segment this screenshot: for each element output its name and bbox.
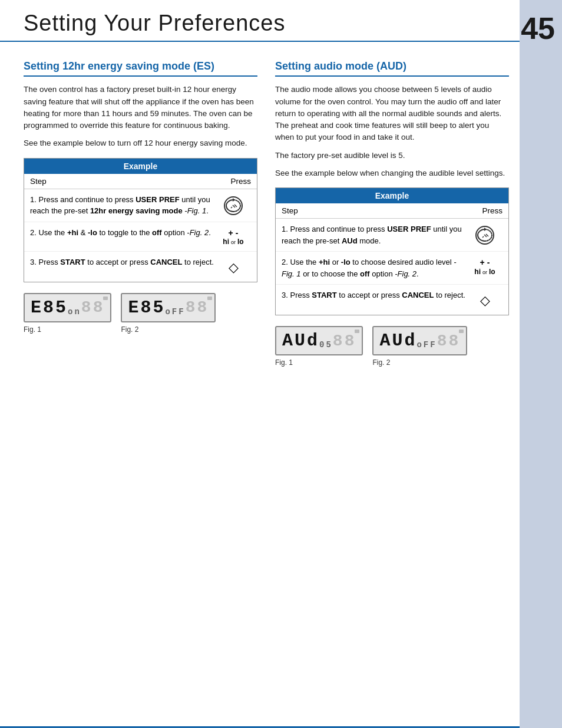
right-diamond-icon: ◇	[480, 291, 490, 310]
left-fig2-dim: 88	[186, 298, 209, 317]
diamond-icon: ◇	[229, 258, 239, 277]
right-column: Setting audio mode (AUD) The audio mode …	[275, 60, 509, 367]
left-step-1: 1. Press and continue to press USER PREF…	[24, 189, 257, 222]
left-section-title: Setting 12hr energy saving mode (ES)	[24, 60, 257, 77]
right-fig1-label: Fig. 1	[275, 358, 293, 367]
right-hi-text: hi	[474, 268, 481, 276]
right-hi-lo-icon: + - hi or lo	[474, 258, 495, 276]
page-number: 45	[521, 11, 555, 46]
right-col-step: Step	[282, 206, 482, 215]
or-text: or	[231, 239, 236, 246]
right-hi-lo-text: hi or lo	[474, 268, 495, 276]
left-fig1-display: E85 on 88	[24, 293, 111, 322]
right-intro-para1: The audio mode allows you choose between…	[275, 84, 509, 143]
left-fig2: E85 oFF 88 Fig. 2	[121, 293, 216, 334]
svg-line-2	[234, 205, 237, 207]
svg-marker-6	[484, 228, 487, 231]
left-step-1-text: 1. Press and continue to press USER PREF…	[30, 194, 216, 217]
left-fig2-small: oFF	[165, 307, 185, 317]
svg-line-7	[486, 234, 488, 236]
left-fig1-main: E85	[31, 298, 68, 318]
content-area: Setting 12hr energy saving mode (ES) The…	[0, 42, 562, 384]
lo-text: lo	[237, 238, 244, 246]
right-intro-para3: See the example below when changing the …	[275, 167, 509, 179]
minus-symbol: -	[236, 228, 239, 238]
left-step-3-text: 3. Press START to accept or press CANCEL…	[30, 256, 216, 268]
page-tab	[520, 0, 562, 728]
left-step-2-num: 2.	[30, 228, 38, 237]
right-fig1: AUd 05 88 Fig. 1	[275, 326, 363, 367]
right-fig2-main: AUd	[379, 331, 416, 351]
right-display-figs: AUd 05 88 Fig. 1 AUd oFF 88 Fig. 2	[275, 326, 509, 367]
right-fig1-small: 05	[319, 340, 333, 350]
right-step-2-num: 2.	[282, 258, 290, 266]
left-col-press: Press	[230, 177, 251, 186]
left-step-2-text: 2. Use the +hi & -lo to toggle to the of…	[30, 227, 216, 239]
user-pref-icon	[223, 195, 244, 216]
right-fig2-label: Fig. 2	[372, 358, 390, 367]
right-plus-symbol: +	[480, 258, 485, 268]
left-fig1-small: on	[68, 307, 81, 317]
right-step-2: 2. Use the +hi or -lo to choose desired …	[276, 252, 508, 285]
left-step-3: 3. Press START to accept or press CANCEL…	[24, 252, 257, 282]
right-plus-minus-symbols: + -	[480, 258, 490, 268]
right-example-table: Example Step Press 1. Press and continue…	[275, 187, 509, 315]
user-pref-icon-right	[474, 225, 495, 246]
right-step-3-press: ◇	[467, 289, 503, 310]
page-title: Setting Your Preferences	[24, 11, 509, 36]
right-intro-para2: The factory pre-set audible level is 5.	[275, 150, 509, 162]
right-fig2: AUd oFF 88 Fig. 2	[372, 326, 467, 367]
right-step-2-press: + - hi or lo	[467, 256, 503, 276]
hi-text: hi	[223, 238, 229, 246]
page-header: Setting Your Preferences	[0, 0, 562, 42]
right-example-header: Example	[276, 188, 508, 203]
left-step-2: 2. Use the +hi & -lo to toggle to the of…	[24, 222, 257, 252]
right-step-1-text: 1. Press and continue to press USER PREF…	[282, 223, 467, 246]
right-lo-text: lo	[489, 268, 495, 276]
right-step-3: 3. Press START to accept or press CANCEL…	[276, 285, 508, 315]
plus-symbol: +	[229, 228, 233, 238]
left-example-header: Example	[24, 159, 257, 174]
right-step-3-num: 3.	[282, 291, 290, 299]
svg-marker-1	[233, 198, 235, 202]
left-fig1-dim: 88	[81, 298, 105, 317]
left-example-table: Example Step Press 1. Press and continue…	[24, 158, 257, 282]
left-col-step: Step	[30, 177, 230, 186]
left-fig2-main: E85	[128, 298, 165, 318]
left-fig1: E85 on 88 Fig. 1	[24, 293, 111, 334]
left-display-figs: E85 on 88 Fig. 1 E85 oFF 88 Fig. 2	[24, 293, 257, 334]
right-minus-symbol: -	[487, 258, 490, 268]
left-fig2-label: Fig. 2	[121, 325, 138, 334]
left-fig2-display: E85 oFF 88	[121, 293, 216, 322]
right-step-2-text: 2. Use the +hi or -lo to choose desired …	[282, 256, 467, 279]
right-fig1-display: AUd 05 88	[275, 326, 363, 355]
right-step-1-num: 1.	[282, 225, 290, 233]
right-fig2-dim: 88	[437, 332, 461, 350]
right-step-1: 1. Press and continue to press USER PREF…	[276, 219, 508, 252]
right-fig2-display: AUd oFF 88	[372, 326, 467, 355]
left-step-1-num: 1.	[30, 195, 38, 204]
right-fig1-main: AUd	[282, 331, 319, 351]
left-step-2-press: + - hi or lo	[216, 227, 251, 246]
right-fig2-small: oFF	[416, 340, 437, 350]
right-or-text: or	[482, 269, 487, 276]
svg-line-9	[482, 236, 484, 238]
right-example-columns: Step Press	[276, 203, 508, 219]
left-example-columns: Step Press	[24, 174, 257, 189]
left-step-3-press: ◇	[216, 256, 251, 277]
right-step-3-text: 3. Press START to accept or press CANCEL…	[282, 289, 467, 301]
right-fig1-dim: 88	[333, 332, 356, 350]
svg-line-8	[484, 235, 487, 237]
right-step-1-press	[467, 223, 503, 246]
hi-lo-text: hi or lo	[223, 238, 243, 246]
left-intro-para1: The oven control has a factory preset bu…	[24, 84, 257, 131]
hi-lo-icon: + - hi or lo	[223, 228, 243, 246]
left-fig1-label: Fig. 1	[24, 325, 41, 334]
right-col-press: Press	[482, 206, 503, 215]
left-step-1-press	[216, 194, 251, 216]
right-section-title: Setting audio mode (AUD)	[275, 60, 509, 77]
plus-minus-symbols: + -	[229, 228, 239, 238]
left-column: Setting 12hr energy saving mode (ES) The…	[24, 60, 257, 367]
left-step-3-num: 3.	[30, 258, 38, 266]
svg-line-3	[233, 205, 235, 207]
